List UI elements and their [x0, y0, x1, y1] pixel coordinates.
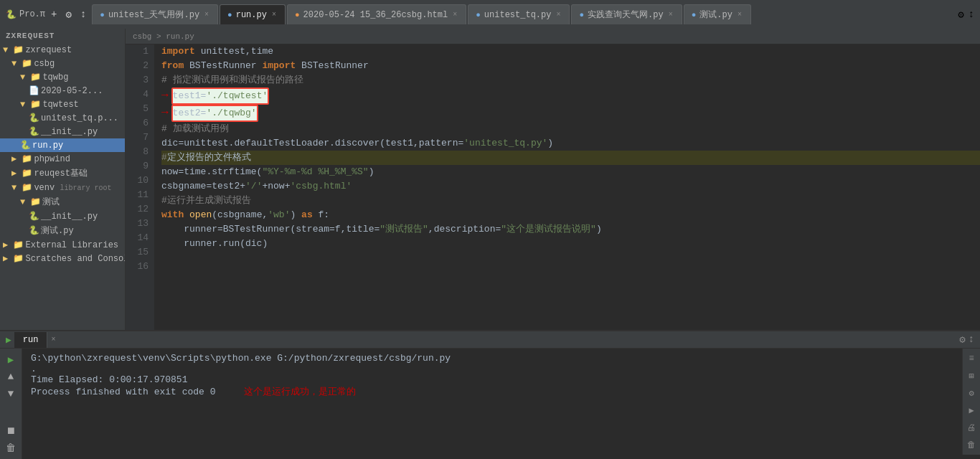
py-icon-init2: 🐍: [29, 211, 39, 222]
sidebar-toggle-icon[interactable]: ≡: [964, 351, 979, 366]
sidebar-item-csbg[interactable]: ▼ 📁csbg: [0, 57, 125, 70]
gear-icon[interactable]: ⚙: [62, 7, 74, 22]
sidebar-label-scratches: Scratches and Console: [25, 254, 125, 264]
sidebar-item-init2[interactable]: 🐍__init__.py: [0, 209, 125, 223]
play-button[interactable]: ▶: [3, 351, 19, 367]
tab-tab4[interactable]: ●unitest_tq.py×: [468, 4, 570, 24]
run-tab-close[interactable]: ×: [51, 336, 55, 344]
tab-tab5[interactable]: ●实践查询天气网.py×: [571, 4, 682, 24]
sidebar-item-tqwtest[interactable]: ▼ 📁tqwtest: [0, 98, 125, 111]
run-buttons: ▶ ▲ ▼ ⏹ 🗑: [0, 349, 22, 459]
folder-icon-scratches: ▶ 📁: [3, 253, 24, 264]
code-line-7[interactable]: # 加载测试用例: [161, 122, 980, 136]
bottom-right-icons: ≡ ⊞ ⚙ ▶ 🖨 🗑: [962, 349, 980, 455]
tab-tab3[interactable]: ●2020-05-24 15_36_26csbg.html×: [287, 4, 466, 24]
line-num-10: 10: [126, 174, 149, 188]
tab-label-tab5: 实践查询天气网.py: [588, 9, 664, 21]
terminal-icon[interactable]: ▶: [964, 403, 979, 417]
editor-area: csbg > run.py 12345678910111213141516 im…: [126, 29, 980, 330]
code-line-4[interactable]: →test1='./tqwtest': [161, 87, 980, 105]
print-icon[interactable]: 🖨: [964, 420, 979, 435]
sidebar-item-unitest_tq[interactable]: 🐍unitest_tq.p...: [0, 111, 125, 125]
trash2-icon[interactable]: 🗑: [964, 437, 979, 452]
add-icon[interactable]: +: [48, 7, 60, 22]
code-line-10[interactable]: now=time.strftime("%Y-%m-%d %H_%M_%S"): [161, 165, 980, 179]
sidebar-item-zxrequest[interactable]: ▼ 📁zxrequest: [0, 43, 125, 57]
sidebar-item-scratches[interactable]: ▶ 📁Scratches and Console: [0, 252, 125, 265]
sidebar-label-venv: venv library root: [34, 183, 111, 193]
line-num-8: 8: [126, 145, 149, 159]
sidebar-label-测试: 测试: [42, 196, 60, 208]
scroll-down-button[interactable]: ▼: [3, 386, 19, 402]
tab-icon-tab6: ●: [692, 11, 697, 19]
editor-content: 12345678910111213141516 import unittest,…: [126, 44, 980, 330]
top-bar: 🐍 Pro.π + ⚙ ↕ ●unitest_天气用例.py×●run.py×●…: [0, 0, 980, 29]
tab-close-tab5[interactable]: ×: [667, 11, 674, 19]
tab-close-tab1[interactable]: ×: [203, 11, 210, 19]
split-icon[interactable]: ↕: [77, 7, 89, 22]
code-area[interactable]: import unittest,timefrom BSTestRunner im…: [154, 44, 980, 330]
sidebar-item-2020[interactable]: 📄2020-05-2...: [0, 84, 125, 98]
trash-button[interactable]: 🗑: [3, 440, 19, 456]
debug-icon[interactable]: ⚙: [964, 386, 979, 400]
sidebar-item-external[interactable]: ▶ 📁External Libraries: [0, 238, 125, 252]
sidebar-label-external: External Libraries: [25, 240, 118, 250]
tab-icon-tab4: ●: [476, 11, 481, 19]
sidebar-item-run[interactable]: 🐍run.py: [0, 138, 125, 152]
tab-close-tab6[interactable]: ×: [736, 11, 743, 19]
code-line-12[interactable]: #运行并生成测试报告: [161, 194, 980, 208]
sidebar-item-reuqest基础[interactable]: ▶ 📁reuqest基础: [0, 166, 125, 181]
sidebar-item-phpwind[interactable]: ▶ 📁phpwind: [0, 152, 125, 166]
tab-tab2[interactable]: ●run.py×: [220, 4, 286, 24]
bottom-gear-icon[interactable]: ⚙: [959, 333, 965, 346]
tab-icon-tab1: ●: [100, 11, 105, 19]
sidebar-item-测试[interactable]: ▼ 📁测试: [0, 194, 125, 209]
sidebar-label-init2: __init__.py: [41, 212, 98, 222]
folder-icon-tqwbg1: ▼ 📁: [20, 72, 41, 82]
code-line-15[interactable]: runner.run(dic): [161, 237, 980, 251]
stop-button[interactable]: ⏹: [3, 423, 19, 439]
run-tab[interactable]: run: [14, 332, 48, 348]
line-num-14: 14: [126, 231, 149, 245]
tab-bar: ●unitest_天气用例.py×●run.py×●2020-05-24 15_…: [92, 0, 955, 29]
scroll-up-button[interactable]: ▲: [3, 369, 19, 384]
code-line-9[interactable]: #定义报告的文件格式: [161, 151, 980, 165]
tab-close-tab2[interactable]: ×: [270, 11, 278, 19]
code-line-14[interactable]: runner=BSTestRunner(stream=f,title="测试报告…: [161, 222, 980, 237]
code-line-13[interactable]: with open(csbgname,'wb') as f:: [161, 208, 980, 222]
code-line-5[interactable]: →test2='./tqwbg': [161, 105, 980, 122]
tab-close-tab3[interactable]: ×: [451, 11, 458, 19]
cmd-line: G:\python\zxrequest\venv\Scripts\python.…: [31, 353, 953, 364]
layout-icon[interactable]: ⊞: [964, 369, 979, 383]
sidebar-item-tqwbg1[interactable]: ▼ 📁tqwbg: [0, 70, 125, 84]
html-icon-2020: 📄: [29, 85, 39, 96]
code-line-2[interactable]: from BSTestRunner import BSTestRunner: [161, 59, 980, 73]
py-icon-测试py: 🐍: [29, 225, 39, 236]
code-line-11[interactable]: csbgname=test2+'/'+now+'csbg.html': [161, 179, 980, 194]
sidebar-label-zxrequest: zxrequest: [25, 45, 72, 55]
line-numbers: 12345678910111213141516: [126, 44, 154, 330]
code-line-8[interactable]: dic=unittest.defaultTestLoader.discover(…: [161, 136, 980, 151]
settings-gear-icon[interactable]: ⚙: [958, 9, 963, 21]
bottom-controls: ▶ ▲ ▼ ⏹ 🗑 G:\python\zxrequest\venv\Scrip…: [0, 349, 980, 459]
tab-tab1[interactable]: ●unitest_天气用例.py×: [92, 4, 218, 24]
bottom-tabs: ▶ run × ⚙ ↕: [0, 331, 980, 349]
red-arrow-indicator: →: [161, 106, 169, 119]
line-num-11: 11: [126, 188, 149, 202]
folder-icon-reuqest基础: ▶ 📁: [11, 168, 32, 179]
sidebar-item-venv[interactable]: ▼ 📁venv library root: [0, 181, 125, 194]
py-icon-run: 🐍: [20, 140, 31, 151]
sidebar-item-init1[interactable]: 🐍__init__.py: [0, 125, 125, 138]
tab-close-tab4[interactable]: ×: [555, 11, 562, 19]
line-num-15: 15: [126, 245, 149, 260]
tab-label-tab6: 测试.py: [699, 9, 732, 21]
bottom-expand-icon[interactable]: ↕: [969, 333, 974, 346]
line-num-13: 13: [126, 217, 149, 231]
code-line-1[interactable]: import unittest,time: [161, 44, 980, 59]
code-line-3[interactable]: # 指定测试用例和测试报告的路径: [161, 73, 980, 87]
py-icon-init1: 🐍: [29, 126, 39, 137]
sidebar-header: zxrequest: [0, 29, 125, 43]
tab-tab6[interactable]: ●测试.py×: [684, 4, 751, 24]
sidebar-item-测试py[interactable]: 🐍测试.py: [0, 223, 125, 238]
settings-scroll-icon[interactable]: ↕: [969, 9, 974, 20]
